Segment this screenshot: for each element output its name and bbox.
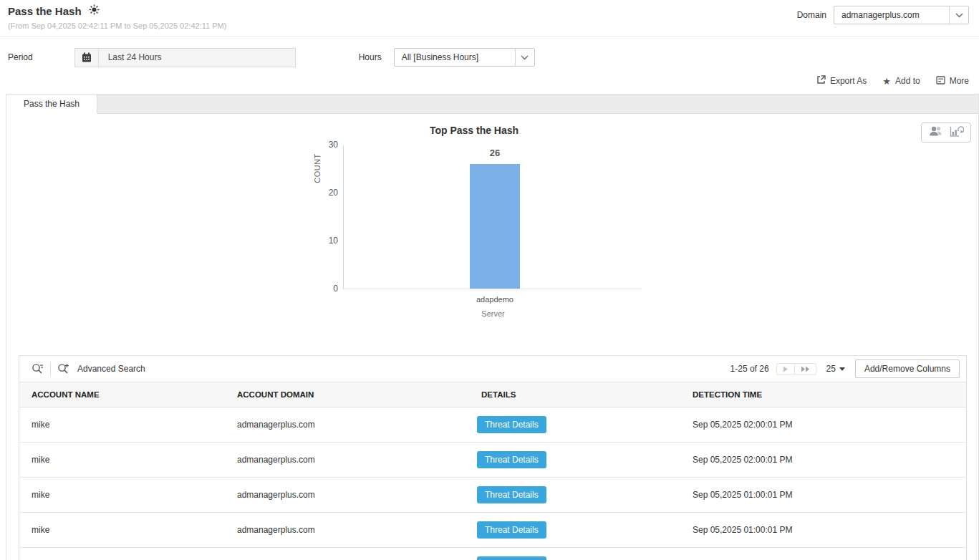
cell-account-name: mike — [19, 407, 225, 443]
threat-details-button[interactable]: Threat Details — [477, 451, 546, 468]
cell-details: Threat Details — [469, 478, 685, 513]
y-tick-label: 30 — [314, 140, 338, 150]
chart-title: Top Pass the Hash — [307, 125, 641, 136]
pagination-range: 1-25 of 26 — [730, 364, 769, 374]
cell-details: Threat Details — [469, 548, 685, 560]
cell-details: Threat Details — [469, 407, 685, 443]
page-title: Pass the Hash — [8, 5, 82, 17]
chart-bar[interactable] — [470, 164, 520, 289]
table-toolbar: Advanced Search 1-25 of 26 25 Add/Remove… — [19, 356, 966, 382]
panel-body: Top Pass the Hash COUNT 0102030 26 adapd… — [6, 114, 978, 560]
page-size-value: 25 — [826, 364, 836, 374]
pager — [776, 363, 816, 375]
export-as-button[interactable]: Export As — [816, 75, 867, 87]
more-icon — [936, 76, 945, 87]
cell-account-domain: admanagerplus.com — [225, 407, 469, 443]
bar-value-label: 26 — [470, 148, 520, 158]
report-panel: Pass the Hash Top Pass the Hash COUNT 01… — [6, 94, 979, 560]
cell-account-name: mike — [19, 513, 225, 548]
col-header-account-domain[interactable]: ACCOUNT DOMAIN — [225, 382, 469, 407]
page-header: Pass the Hash (From Sep 04,2025 02:42:11… — [0, 0, 979, 30]
chart-plot-area: COUNT 0102030 26 adapdemo Server — [343, 145, 642, 289]
more-label: More — [950, 76, 969, 86]
threat-details-button[interactable]: Threat Details — [477, 521, 546, 539]
domain-select[interactable]: admanagerplus.com — [834, 6, 969, 24]
chevron-down-icon — [515, 49, 534, 66]
col-header-detection-time[interactable]: DETECTION TIME — [685, 382, 966, 407]
chevron-down-icon — [949, 6, 968, 24]
advanced-search-label[interactable]: Advanced Search — [77, 364, 145, 374]
threat-details-button[interactable]: Threat Details — [477, 556, 546, 560]
results-table-block: Advanced Search 1-25 of 26 25 Add/Remove… — [19, 355, 967, 560]
period-field[interactable]: Last 24 Hours — [74, 48, 296, 67]
hours-select-value: All [Business Hours] — [395, 49, 515, 66]
period-value: Last 24 Hours — [99, 49, 162, 67]
cell-account-name: mike — [19, 443, 225, 478]
star-icon: ★ — [882, 77, 891, 86]
caret-down-icon — [839, 367, 845, 371]
cell-details: Threat Details — [469, 443, 685, 478]
cell-account-name: mike — [19, 478, 225, 513]
filters-row: Period Last 24 Hours Hours All [Business… — [0, 37, 979, 69]
x-category-label: adapdemo — [470, 295, 520, 304]
period-label: Period — [8, 52, 33, 62]
y-tick-label: 20 — [314, 188, 338, 198]
cell-detection-time: Sep 05,2025 02:00:01 PM — [685, 443, 966, 478]
cell-account-name: mike — [19, 548, 225, 560]
calendar-icon — [75, 49, 99, 67]
last-page-icon[interactable] — [794, 364, 816, 375]
column-search-icon[interactable] — [25, 361, 50, 377]
tab-pass-the-hash[interactable]: Pass the Hash — [6, 95, 97, 114]
more-button[interactable]: More — [936, 76, 969, 87]
export-icon — [816, 75, 826, 87]
y-tick-label: 0 — [314, 284, 338, 294]
chart-section: Top Pass the Hash COUNT 0102030 26 adapd… — [6, 114, 978, 350]
report-info-bulb-icon — [89, 4, 100, 18]
x-axis-title: Server — [344, 309, 642, 318]
add-to-label: Add to — [895, 76, 920, 86]
table-header-row: ACCOUNT NAME ACCOUNT DOMAIN DETAILS DETE… — [19, 382, 966, 407]
cell-account-domain: admanagerplus.com — [225, 513, 469, 548]
table-row: mikeadmanagerplus.comThreat DetailsSep 0… — [19, 548, 966, 560]
results-table: ACCOUNT NAME ACCOUNT DOMAIN DETAILS DETE… — [19, 382, 966, 560]
threat-details-button[interactable]: Threat Details — [477, 486, 546, 503]
advanced-search-icon[interactable] — [51, 361, 76, 377]
cell-detection-time: Sep 05,2025 12:00:01 PM — [685, 548, 966, 560]
cell-account-domain: admanagerplus.com — [225, 443, 469, 478]
table-row: mikeadmanagerplus.comThreat DetailsSep 0… — [19, 407, 966, 443]
cell-details: Threat Details — [469, 513, 685, 548]
export-as-label: Export As — [830, 76, 867, 86]
y-tick-label: 10 — [314, 236, 338, 246]
cell-detection-time: Sep 05,2025 02:00:01 PM — [685, 407, 966, 443]
chart-toolbar — [921, 122, 971, 143]
page-size-select[interactable]: 25 — [826, 364, 845, 374]
table-row: mikeadmanagerplus.comThreat DetailsSep 0… — [19, 478, 966, 513]
col-header-account-name[interactable]: ACCOUNT NAME — [19, 382, 225, 407]
threat-details-button[interactable]: Threat Details — [477, 416, 546, 433]
cell-detection-time: Sep 05,2025 01:00:01 PM — [685, 478, 966, 513]
y-axis-title: COUNT — [313, 143, 322, 193]
tab-strip: Pass the Hash — [6, 94, 978, 114]
report-date-range: (From Sep 04,2025 02:42:11 PM to Sep 05,… — [8, 21, 797, 30]
hours-label: Hours — [359, 52, 382, 62]
cell-detection-time: Sep 05,2025 01:00:01 PM — [685, 513, 966, 548]
domain-label: Domain — [797, 10, 826, 20]
table-row: mikeadmanagerplus.comThreat DetailsSep 0… — [19, 443, 966, 478]
report-actions: Export As ★ Add to More — [0, 69, 979, 94]
table-row: mikeadmanagerplus.comThreat DetailsSep 0… — [19, 513, 966, 548]
hours-select[interactable]: All [Business Hours] — [394, 48, 535, 67]
next-page-icon[interactable] — [777, 364, 794, 375]
group-by-users-icon[interactable] — [928, 125, 944, 140]
add-remove-columns-button[interactable]: Add/Remove Columns — [855, 359, 960, 378]
cell-account-domain: admanagerplus.com — [225, 478, 469, 513]
domain-select-value: admanagerplus.com — [834, 6, 949, 24]
chart-refresh-icon[interactable] — [950, 125, 964, 140]
add-to-button[interactable]: ★ Add to — [882, 76, 920, 86]
col-header-details[interactable]: DETAILS — [469, 382, 685, 407]
cell-account-domain: admanagerplus.com — [225, 548, 469, 560]
table-body: mikeadmanagerplus.comThreat DetailsSep 0… — [19, 407, 966, 560]
